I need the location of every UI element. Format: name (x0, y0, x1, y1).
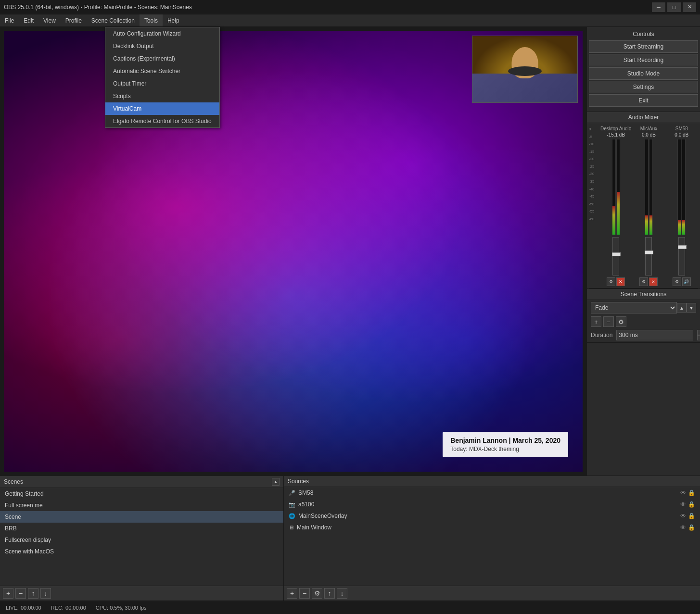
tools-dropdown-menu: Auto-Configuration Wizard Decklink Outpu… (105, 27, 220, 128)
menu-help[interactable]: Help (163, 14, 184, 26)
menu-item-decklink[interactable]: Decklink Output (105, 40, 219, 52)
transition-select[interactable]: Fade Cut (591, 302, 677, 313)
maximize-button[interactable]: □ (667, 2, 681, 12)
channel-name-sm58: SM58 (675, 126, 688, 131)
fader-thumb-mic[interactable] (645, 251, 653, 254)
menu-item-scripts[interactable]: Scripts (105, 90, 219, 102)
source-lock-sm58[interactable]: 🔒 (688, 489, 695, 496)
close-button[interactable]: ✕ (683, 2, 696, 12)
add-source-button[interactable]: + (287, 588, 297, 599)
db-scale-labels: 0 -5 -10 -15 -20 -25 -30 -35 -40 -45 -50… (589, 126, 598, 222)
menu-item-auto-config[interactable]: Auto-Configuration Wizard (105, 27, 219, 40)
mixer-separator (589, 288, 698, 288)
menu-item-virtualcam[interactable]: VirtualCam (105, 102, 219, 115)
transition-arrow-up[interactable]: ▲ (677, 303, 687, 313)
remove-transition-button[interactable]: − (603, 316, 614, 327)
scene-item-scene[interactable]: Scene (0, 511, 283, 523)
duration-input[interactable] (616, 330, 693, 340)
fader-thumb-sm58[interactable] (678, 245, 687, 249)
source-eye-sm58[interactable]: 👁 (680, 489, 686, 496)
fader-mic[interactable] (645, 237, 652, 276)
source-eye-overlay[interactable]: 👁 (680, 513, 686, 519)
scene-item-scene-with-macos[interactable]: Scene with MacOS (0, 546, 283, 557)
titlebar-title: OBS 25.0.1 (64-bit, windows) - Profile: … (4, 4, 192, 11)
menu-tools[interactable]: Tools (140, 14, 163, 26)
add-transition-button[interactable]: + (591, 316, 601, 327)
source-label-sm58: SM58 (298, 489, 313, 496)
gear-button-sm58[interactable]: ⚙ (673, 277, 681, 286)
sources-panel-title: Sources (288, 478, 309, 485)
fader-sm58[interactable] (678, 237, 685, 276)
remove-scene-button[interactable]: − (15, 588, 26, 599)
menu-profile[interactable]: Profile (61, 14, 87, 26)
statusbar: LIVE: 00:00:00 REC: 00:00:00 CPU: 0.5%, … (0, 601, 700, 614)
source-item-sm58[interactable]: 🎤 SM58 👁 🔒 (284, 487, 700, 499)
menu-item-output-timer[interactable]: Output Timer (105, 77, 219, 90)
menu-item-scene-switcher[interactable]: Automatic Scene Switcher (105, 65, 219, 77)
source-item-overlay[interactable]: 🌐 MainSceneOverlay 👁 🔒 (284, 510, 700, 522)
source-label-a5100: a5100 (298, 501, 314, 508)
menu-item-elgato[interactable]: Elgato Remote Control for OBS Studio (105, 115, 219, 127)
scenes-panel-header: Scenes ▲ (0, 476, 283, 488)
gear-button-desktop[interactable]: ⚙ (607, 277, 615, 286)
scene-item-fullscreen-display[interactable]: Fullscreen display (0, 534, 283, 546)
duration-down-arrow[interactable]: ▼ (697, 335, 700, 340)
duration-arrows: ▲ ▼ (697, 330, 700, 340)
channel-name-desktop: Desktop Audio (600, 126, 632, 131)
source-item-a5100[interactable]: 📷 a5100 👁 🔒 (284, 499, 700, 510)
source-eye-a5100[interactable]: 👁 (680, 501, 686, 508)
titlebar: OBS 25.0.1 (64-bit, windows) - Profile: … (0, 0, 700, 14)
studio-mode-button[interactable]: Studio Mode (589, 67, 698, 80)
source-item-main-window[interactable]: 🖥 Main Window 👁 🔒 (284, 522, 700, 533)
menu-item-captions[interactable]: Captions (Experimental) (105, 52, 219, 65)
mute-button-mic[interactable]: ✕ (649, 277, 658, 286)
duration-up-arrow[interactable]: ▲ (697, 330, 700, 335)
start-streaming-button[interactable]: Start Streaming (589, 40, 698, 53)
mute-button-sm58[interactable]: 🔊 (682, 277, 691, 286)
mute-button-desktop[interactable]: ✕ (616, 277, 625, 286)
scene-item-brb[interactable]: BRB (0, 523, 283, 534)
camera-icon: 📷 (289, 501, 295, 508)
minimize-button[interactable]: ─ (652, 2, 665, 12)
move-scene-down-button[interactable]: ↓ (40, 588, 51, 599)
transition-settings-button[interactable]: ⚙ (616, 316, 626, 327)
fader-desktop[interactable] (612, 237, 619, 276)
channel-mic-aux: Mic/Aux 0.0 dB (632, 126, 665, 286)
move-scene-up-button[interactable]: ↑ (28, 588, 38, 599)
rec-time: 00:00:00 (65, 605, 86, 611)
source-label-overlay: MainSceneOverlay (298, 513, 347, 519)
fader-thumb-desktop[interactable] (612, 252, 621, 256)
duration-label: Duration (591, 332, 612, 338)
menu-scene-collection[interactable]: Scene Collection (87, 14, 140, 26)
scenes-panel-title: Scenes (4, 478, 23, 485)
source-eye-main-window[interactable]: 👁 (680, 524, 686, 531)
settings-button[interactable]: Settings (589, 81, 698, 93)
add-scene-button[interactable]: + (3, 588, 13, 599)
exit-button[interactable]: Exit (589, 94, 698, 107)
channel-controls-sm58: ⚙ 🔊 (673, 277, 691, 286)
menu-file[interactable]: File (0, 14, 19, 26)
source-settings-button[interactable]: ⚙ (312, 588, 322, 599)
scene-item-getting-started[interactable]: Getting Started (0, 488, 283, 500)
transition-arrow-down[interactable]: ▼ (687, 303, 696, 313)
gear-button-mic[interactable]: ⚙ (639, 277, 648, 286)
source-lock-overlay[interactable]: 🔒 (688, 513, 695, 519)
start-recording-button[interactable]: Start Recording (589, 54, 698, 66)
menubar: File Edit View Profile Scene Collection … (0, 14, 700, 27)
menu-edit[interactable]: Edit (19, 14, 38, 26)
live-status: LIVE: 00:00:00 (6, 605, 41, 611)
menu-view[interactable]: View (38, 14, 61, 26)
remove-source-button[interactable]: − (299, 588, 310, 599)
scene-item-full-screen-me[interactable]: Full screen me (0, 500, 283, 511)
source-lock-main-window[interactable]: 🔒 (688, 524, 695, 531)
channel-sm58: SM58 0.0 dB (665, 126, 698, 286)
move-source-down-button[interactable]: ↓ (337, 588, 347, 599)
controls-section: Controls Start Streaming Start Recording… (587, 27, 700, 112)
move-source-up-button[interactable]: ↑ (324, 588, 335, 599)
transition-row: Fade Cut ▲ ▼ (587, 300, 700, 315)
source-lock-a5100[interactable]: 🔒 (688, 501, 695, 508)
channel-db-sm58: 0.0 dB (675, 132, 688, 138)
sources-list: 🎤 SM58 👁 🔒 📷 a5100 (284, 487, 700, 586)
bottom-section: Scenes ▲ Getting Started Full screen me … (0, 476, 700, 601)
scenes-collapse-button[interactable]: ▲ (272, 478, 280, 486)
